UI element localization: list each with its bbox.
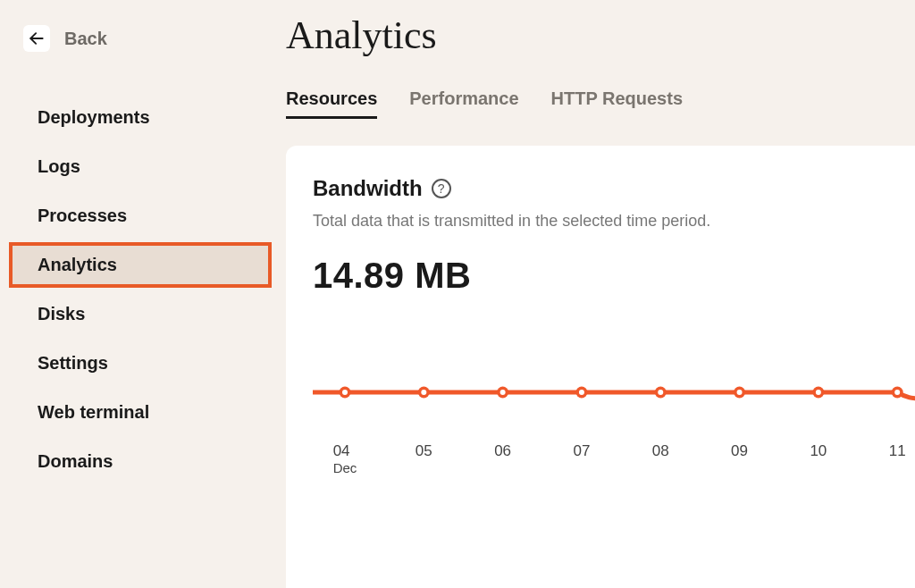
sidebar-item-logs[interactable]: Logs	[9, 144, 272, 189]
bandwidth-metric: 14.89 MB	[313, 256, 915, 296]
sidebar-item-label: Processes	[38, 206, 127, 225]
arrow-left-icon	[28, 29, 46, 47]
x-tick-label: 10	[810, 442, 827, 460]
tab-label: HTTP Requests	[551, 88, 683, 108]
sidebar-item-settings[interactable]: Settings	[9, 340, 272, 386]
tab-label: Resources	[286, 88, 377, 108]
x-tick-label: 08	[652, 442, 669, 460]
sidebar-item-processes[interactable]: Processes	[9, 193, 272, 239]
svg-point-16	[894, 390, 900, 395]
x-tick-label: 06	[494, 442, 511, 460]
x-axis-labels: 04Dec05060708091011	[313, 442, 915, 487]
x-month-label: Dec	[333, 460, 357, 475]
help-icon[interactable]: ?	[432, 179, 451, 198]
sidebar-item-disks[interactable]: Disks	[9, 291, 272, 337]
main: Analytics Resources Performance HTTP Req…	[286, 0, 915, 588]
sidebar-item-deployments[interactable]: Deployments	[9, 95, 272, 140]
tab-resources[interactable]: Resources	[286, 88, 377, 119]
tabs: Resources Performance HTTP Requests	[286, 88, 915, 146]
sidebar-nav: Deployments Logs Processes Analytics Dis…	[0, 95, 286, 488]
tab-http-requests[interactable]: HTTP Requests	[551, 88, 683, 119]
tab-label: Performance	[409, 88, 518, 108]
card-title: Bandwidth	[313, 176, 423, 201]
sidebar: Back Deployments Logs Processes Analytic…	[0, 0, 286, 588]
card-description: Total data that is transmitted in the se…	[313, 212, 915, 231]
sidebar-item-label: Web terminal	[38, 402, 149, 422]
x-tick-label: 07	[573, 442, 590, 460]
card-title-row: Bandwidth ?	[313, 176, 915, 201]
bandwidth-card: Bandwidth ? Total data that is transmitt…	[286, 146, 915, 588]
sidebar-item-label: Deployments	[38, 107, 150, 127]
svg-point-4	[421, 390, 426, 395]
back-button[interactable]	[23, 25, 50, 52]
sidebar-item-domains[interactable]: Domains	[9, 439, 272, 484]
back-row: Back	[0, 25, 286, 95]
svg-point-8	[579, 390, 584, 395]
x-tick-label: 05	[416, 442, 432, 460]
tab-performance[interactable]: Performance	[409, 88, 518, 119]
x-tick-label: 09	[731, 442, 748, 460]
svg-point-2	[342, 390, 348, 395]
sidebar-item-label: Analytics	[38, 255, 117, 274]
back-label[interactable]: Back	[64, 29, 107, 49]
sidebar-item-label: Logs	[38, 156, 80, 176]
x-tick-label: 04Dec	[333, 442, 357, 475]
page-title: Analytics	[286, 13, 915, 88]
line-chart-svg	[313, 371, 915, 433]
bandwidth-chart: 04Dec05060708091011	[313, 371, 915, 487]
svg-point-6	[500, 390, 506, 395]
sidebar-item-web-terminal[interactable]: Web terminal	[9, 390, 272, 435]
x-tick-label: 11	[889, 442, 906, 460]
sidebar-item-label: Domains	[38, 451, 113, 471]
sidebar-item-label: Disks	[38, 304, 85, 323]
svg-point-14	[816, 390, 821, 395]
svg-point-12	[737, 390, 743, 395]
sidebar-item-label: Settings	[38, 353, 108, 373]
svg-point-10	[658, 390, 663, 395]
sidebar-item-analytics[interactable]: Analytics	[9, 242, 272, 288]
